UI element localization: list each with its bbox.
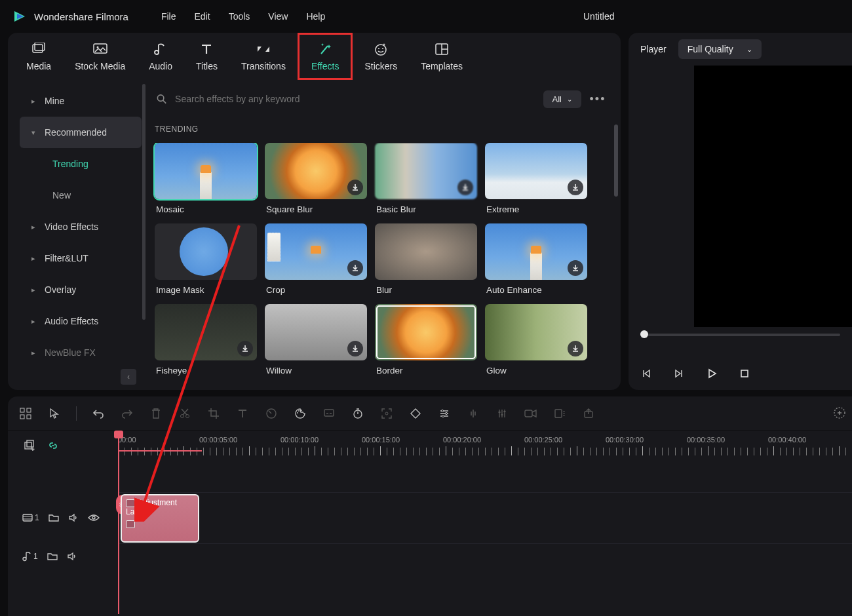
download-icon[interactable] — [347, 260, 363, 276]
effect-card-image-mask[interactable]: Image Mask — [155, 223, 257, 295]
tab-stock-media[interactable]: Stock Media — [63, 33, 137, 80]
track-number: 1 — [35, 513, 39, 522]
preview-viewport[interactable] — [694, 66, 852, 327]
download-icon[interactable] — [457, 180, 473, 195]
effect-card-willow[interactable]: Willow — [265, 304, 367, 375]
video-track-lane[interactable]: Adjustment La... — [118, 492, 852, 543]
sidebar-item-overlay[interactable]: ▸Overlay — [20, 274, 142, 305]
prev-frame-button[interactable] — [640, 368, 652, 379]
adjustment-layer-clip[interactable]: Adjustment La... — [121, 494, 199, 543]
filter-label: All — [552, 94, 562, 104]
effect-card-fisheye[interactable]: Fisheye — [155, 304, 257, 375]
mute-icon[interactable] — [67, 552, 77, 561]
cursor-tool-icon[interactable] — [47, 406, 62, 421]
timeline-zoom-button[interactable] — [832, 406, 847, 420]
link-icon[interactable] — [46, 438, 60, 453]
effect-card-blur[interactable]: Blur — [375, 223, 477, 295]
text-icon[interactable] — [235, 406, 250, 421]
svg-point-22 — [297, 412, 298, 414]
effect-label: Image Mask — [155, 280, 257, 295]
timeline-ruler[interactable]: 00:0000:00:05:0000:00:10:0000:00:15:0000… — [118, 431, 852, 461]
tab-templates[interactable]: Templates — [409, 33, 474, 80]
menu-edit[interactable]: Edit — [195, 11, 210, 22]
adjust-icon[interactable] — [437, 406, 452, 421]
folder-icon[interactable] — [48, 513, 59, 522]
sidebar-item-mine[interactable]: ▸Mine — [20, 85, 142, 117]
download-icon[interactable] — [568, 180, 583, 195]
layout-grid-icon[interactable] — [18, 406, 33, 421]
download-icon[interactable] — [568, 341, 583, 356]
menu-view[interactable]: View — [268, 11, 288, 22]
tab-audio[interactable]: Audio — [137, 33, 184, 80]
sidebar-sub-trending[interactable]: Trending — [20, 148, 142, 180]
mute-icon[interactable] — [68, 513, 79, 522]
sidebar-item-newblue-fx[interactable]: ▸NewBlue FX — [20, 337, 142, 368]
export-icon[interactable] — [581, 406, 596, 421]
audio-track-lane[interactable] — [118, 543, 852, 569]
playback-track[interactable] — [640, 334, 840, 336]
quality-dropdown[interactable]: Full Quality⌄ — [678, 39, 762, 59]
effect-card-extreme[interactable]: Extreme — [485, 143, 587, 214]
stop-button[interactable] — [739, 368, 750, 379]
effect-card-auto-enhance[interactable]: Auto Enhance — [485, 223, 587, 295]
menu-tools[interactable]: Tools — [229, 11, 250, 22]
download-icon[interactable] — [568, 260, 583, 276]
add-track-icon[interactable] — [22, 438, 37, 453]
folder-icon[interactable] — [47, 552, 58, 561]
tab-stickers[interactable]: Stickers — [353, 33, 409, 80]
filter-dropdown[interactable]: All⌄ — [543, 90, 581, 108]
download-icon[interactable] — [347, 341, 363, 356]
effect-card-crop[interactable]: Crop — [265, 223, 367, 295]
playhead[interactable] — [118, 431, 119, 614]
sidebar-item-audio-effects[interactable]: ▸Audio Effects — [20, 305, 142, 337]
menu-file[interactable]: File — [161, 11, 176, 22]
search-input[interactable] — [175, 94, 536, 104]
sidebar-sub-new[interactable]: New — [20, 180, 142, 211]
more-options-button[interactable]: ••• — [588, 92, 608, 106]
step-frame-button[interactable] — [673, 368, 685, 379]
speed-icon[interactable] — [264, 406, 279, 421]
undo-icon[interactable] — [91, 406, 106, 421]
redo-icon[interactable] — [120, 406, 134, 421]
chevron-down-icon: ⌄ — [567, 96, 572, 103]
record-icon[interactable] — [524, 406, 538, 421]
download-icon[interactable] — [237, 341, 253, 356]
color-icon[interactable] — [293, 406, 307, 421]
play-button[interactable] — [706, 368, 718, 379]
svg-rect-35 — [555, 410, 562, 417]
delete-icon[interactable] — [149, 406, 163, 421]
caption-icon[interactable] — [322, 406, 336, 421]
sidebar-item-recommended[interactable]: ▾Recommended — [20, 117, 142, 148]
tab-transitions[interactable]: Transitions — [229, 33, 298, 80]
video-track-row: 1 Adjustment La... — [8, 492, 852, 543]
tab-titles[interactable]: Titles — [184, 33, 229, 80]
audio-wave-icon[interactable] — [466, 406, 480, 421]
cut-icon[interactable] — [178, 406, 192, 421]
tab-media[interactable]: Media — [14, 33, 63, 80]
tab-label: Titles — [196, 61, 218, 71]
mixer-icon[interactable] — [495, 406, 509, 421]
focus-icon[interactable] — [379, 406, 394, 421]
keyframe-icon[interactable] — [408, 406, 423, 421]
svg-line-13 — [163, 100, 166, 103]
svg-point-7 — [378, 48, 379, 49]
effect-card-mosaic[interactable]: Mosaic — [155, 143, 257, 214]
timer-icon[interactable] — [351, 406, 365, 421]
effect-card-glow[interactable]: Glow — [485, 304, 587, 375]
device-icon[interactable] — [552, 406, 567, 421]
track-number: 1 — [33, 552, 38, 561]
menu-help[interactable]: Help — [306, 11, 325, 22]
crop-icon[interactable] — [206, 406, 221, 421]
sidebar-item-filter-lut[interactable]: ▸Filter&LUT — [20, 242, 142, 274]
svg-rect-39 — [27, 440, 33, 447]
scrollbar[interactable] — [614, 125, 618, 197]
sidebar-item-video-effects[interactable]: ▸Video Effects — [20, 211, 142, 242]
effect-card-square-blur[interactable]: Square Blur — [265, 143, 367, 214]
visibility-icon[interactable] — [88, 514, 100, 522]
collapse-sidebar-button[interactable]: ‹ — [121, 369, 136, 385]
tab-effects[interactable]: Effects — [298, 33, 353, 80]
playback-knob[interactable] — [640, 330, 648, 338]
effect-card-basic-blur[interactable]: Basic Blur — [375, 143, 477, 214]
download-icon[interactable] — [347, 180, 363, 195]
effect-card-border[interactable]: Border — [375, 304, 477, 375]
